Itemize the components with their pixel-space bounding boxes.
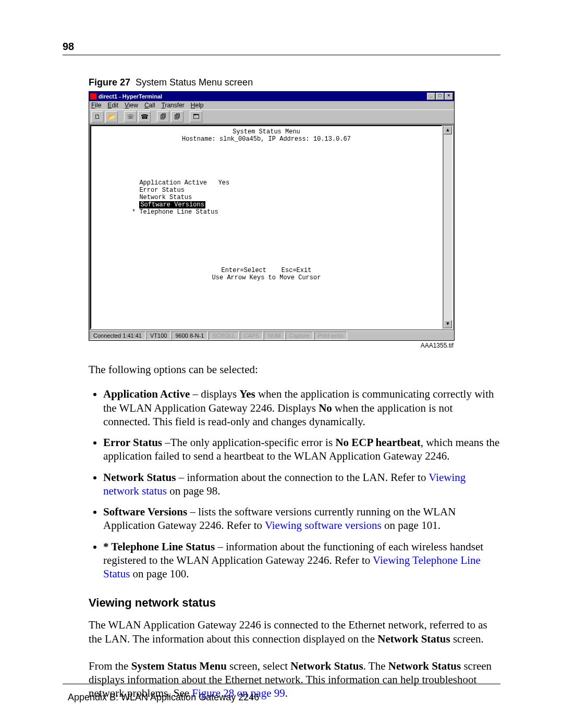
toolbar-disconnect-icon[interactable]: ☎ <box>138 111 151 122</box>
opt-label: Application Active <box>103 388 190 400</box>
term-app-active: Application Active <box>139 179 207 187</box>
menu-call[interactable]: Call <box>144 102 155 109</box>
opt-label: Error Status <box>103 436 162 449</box>
menu-file[interactable]: File <box>91 102 101 109</box>
opt-network-status: Network Status – information about the c… <box>103 471 500 498</box>
scroll-track[interactable] <box>444 134 452 320</box>
toolbar-properties-icon[interactable]: 🗔 <box>190 111 202 122</box>
statusbar: Connected 1:41:41 VT100 9600 8-N-1 SCROL… <box>89 330 454 340</box>
scrollbar[interactable]: ▲ ▼ <box>443 125 453 329</box>
figure-label: Figure 27 <box>89 77 130 88</box>
term-footer1: Enter=Select Esc=Exit <box>222 267 312 274</box>
window-title: direct1 - HyperTerminal <box>99 93 162 100</box>
menu-edit[interactable]: Edit <box>107 102 118 109</box>
intro-text: The following options can be selected: <box>89 363 500 376</box>
term-header1: System Status Menu <box>232 128 300 135</box>
terminal[interactable]: System Status Menu Hostname: slnk_00a45b… <box>90 125 443 329</box>
opt-label: Software Versions <box>103 505 187 518</box>
term-app-active-val: Yes <box>218 179 230 187</box>
status-num: NUM <box>264 331 284 340</box>
footer-text: Appendix B: WLAN Application Gateway 224… <box>68 692 259 703</box>
figure-title: System Status Menu screen <box>136 77 253 88</box>
term-error: Error Status <box>139 187 184 194</box>
toolbar-new-icon[interactable]: 🗋 <box>91 111 104 122</box>
header-rule <box>63 55 500 55</box>
page: 98 Figure 27 System Status Menu screen d… <box>0 0 563 728</box>
footer-rule <box>63 684 500 684</box>
figure-caption: Figure 27 System Status Menu screen <box>89 77 500 88</box>
toolbar-send-icon[interactable]: 🗐 <box>157 111 169 122</box>
term-software-selected: Software Versions <box>139 201 205 208</box>
toolbar-open-icon[interactable]: 📂 <box>105 111 118 122</box>
opt-error-status: Error Status –The only application-speci… <box>103 436 500 463</box>
status-echo: Print echo <box>314 331 348 340</box>
toolbar-connect-icon[interactable]: ☏ <box>124 111 137 122</box>
section-heading: Viewing network status <box>89 596 500 610</box>
close-button[interactable]: × <box>445 93 453 100</box>
status-baud: 9600 8-N-1 <box>172 331 207 340</box>
menu-transfer[interactable]: Transfer <box>162 102 185 109</box>
term-network: Network Status <box>139 194 192 201</box>
term-header2: Hostname: slnk_00a45b, IP Address: 10.13… <box>182 135 351 143</box>
status-scroll: SCROLL <box>209 331 239 340</box>
figure: direct1 - HyperTerminal _ □ × File Edit … <box>89 91 454 349</box>
link-viewing-software-versions[interactable]: Viewing software versions <box>265 519 382 532</box>
status-emulation: VT100 <box>146 331 170 340</box>
opt-app-active: Application Active – displays Yes when t… <box>103 387 500 428</box>
status-caps: CAPS <box>240 331 263 340</box>
minimize-button[interactable]: _ <box>427 93 435 100</box>
opt-label: Network Status <box>103 471 176 484</box>
opt-label: * Telephone Line Status <box>103 540 215 553</box>
titlebar: direct1 - HyperTerminal _ □ × <box>89 92 454 101</box>
scroll-down-icon[interactable]: ▼ <box>444 320 452 328</box>
toolbar: 🗋 📂 ☏ ☎ 🗐 🗐 🗔 <box>89 109 454 124</box>
image-file-label: AAA1355.tif <box>89 342 454 349</box>
hyperterminal-window: direct1 - HyperTerminal _ □ × File Edit … <box>89 91 455 341</box>
toolbar-receive-icon[interactable]: 🗐 <box>171 111 183 122</box>
term-footer2: Use Arrow Keys to Move Cursor <box>212 274 321 281</box>
scroll-up-icon[interactable]: ▲ <box>444 126 452 134</box>
page-number: 98 <box>63 41 500 53</box>
menubar: File Edit View Call Transfer Help <box>89 101 454 109</box>
status-capture: Capture <box>286 331 313 340</box>
status-connected: Connected 1:41:41 <box>90 331 145 340</box>
options-list: Application Active – displays Yes when t… <box>89 387 500 581</box>
client-area: System Status Menu Hostname: slnk_00a45b… <box>89 124 454 330</box>
menu-help[interactable]: Help <box>191 102 204 109</box>
opt-telephone-line-status: * Telephone Line Status – information ab… <box>103 540 500 581</box>
maximize-button[interactable]: □ <box>436 93 444 100</box>
opt-software-versions: Software Versions – lists the software v… <box>103 505 500 533</box>
menu-view[interactable]: View <box>125 102 138 109</box>
app-icon <box>90 93 96 100</box>
para1: The WLAN Application Gateway 2246 is con… <box>89 618 500 646</box>
term-phone: * Telephone Line Status <box>132 208 218 216</box>
